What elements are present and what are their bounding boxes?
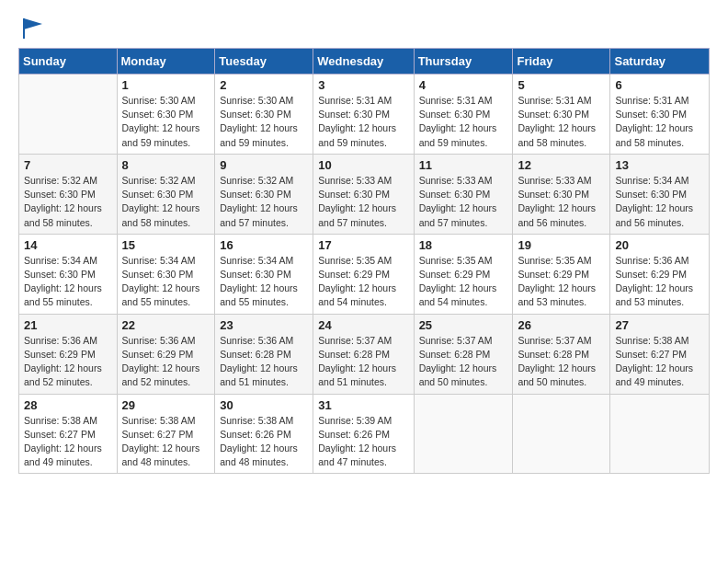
- calendar-cell: [414, 394, 513, 474]
- calendar-cell: 4Sunrise: 5:31 AM Sunset: 6:30 PM Daylig…: [414, 75, 513, 155]
- day-info: Sunrise: 5:37 AM Sunset: 6:28 PM Dayligh…: [419, 334, 508, 390]
- day-number: 12: [518, 158, 605, 172]
- day-info: Sunrise: 5:35 AM Sunset: 6:29 PM Dayligh…: [419, 254, 508, 310]
- calendar-cell: 16Sunrise: 5:34 AM Sunset: 6:30 PM Dayli…: [215, 234, 313, 314]
- day-number: 22: [122, 318, 210, 332]
- calendar-cell: 23Sunrise: 5:36 AM Sunset: 6:28 PM Dayli…: [215, 314, 313, 394]
- day-number: 31: [318, 398, 408, 412]
- column-header-tuesday: Tuesday: [215, 49, 313, 75]
- column-header-sunday: Sunday: [19, 49, 118, 75]
- day-info: Sunrise: 5:33 AM Sunset: 6:30 PM Dayligh…: [518, 174, 605, 230]
- day-info: Sunrise: 5:35 AM Sunset: 6:29 PM Dayligh…: [518, 254, 605, 310]
- calendar-cell: 26Sunrise: 5:37 AM Sunset: 6:28 PM Dayli…: [513, 314, 610, 394]
- day-info: Sunrise: 5:35 AM Sunset: 6:29 PM Dayligh…: [318, 254, 408, 310]
- day-number: 28: [24, 398, 112, 412]
- day-info: Sunrise: 5:32 AM Sunset: 6:30 PM Dayligh…: [220, 174, 308, 230]
- day-number: 5: [518, 78, 605, 92]
- day-number: 16: [220, 238, 308, 252]
- calendar-cell: 19Sunrise: 5:35 AM Sunset: 6:29 PM Dayli…: [513, 234, 610, 314]
- day-info: Sunrise: 5:32 AM Sunset: 6:30 PM Dayligh…: [24, 174, 112, 230]
- calendar-cell: 27Sunrise: 5:38 AM Sunset: 6:27 PM Dayli…: [610, 314, 710, 394]
- calendar-week-4: 21Sunrise: 5:36 AM Sunset: 6:29 PM Dayli…: [19, 314, 710, 394]
- day-number: 21: [24, 318, 112, 332]
- calendar-week-1: 1Sunrise: 5:30 AM Sunset: 6:30 PM Daylig…: [19, 75, 710, 155]
- day-number: 14: [24, 238, 112, 252]
- calendar-cell: 22Sunrise: 5:36 AM Sunset: 6:29 PM Dayli…: [117, 314, 215, 394]
- calendar-cell: 28Sunrise: 5:38 AM Sunset: 6:27 PM Dayli…: [19, 394, 118, 474]
- day-info: Sunrise: 5:38 AM Sunset: 6:27 PM Dayligh…: [615, 334, 704, 390]
- calendar-cell: [513, 394, 610, 474]
- day-number: 3: [318, 78, 408, 92]
- calendar-cell: 21Sunrise: 5:36 AM Sunset: 6:29 PM Dayli…: [19, 314, 118, 394]
- day-number: 4: [419, 78, 508, 92]
- day-number: 30: [220, 398, 308, 412]
- page-header: [18, 15, 710, 40]
- calendar-cell: 24Sunrise: 5:37 AM Sunset: 6:28 PM Dayli…: [313, 314, 414, 394]
- day-number: 2: [220, 78, 308, 92]
- calendar-week-5: 28Sunrise: 5:38 AM Sunset: 6:27 PM Dayli…: [19, 394, 710, 474]
- day-number: 7: [24, 158, 112, 172]
- calendar-cell: 12Sunrise: 5:33 AM Sunset: 6:30 PM Dayli…: [513, 154, 610, 234]
- calendar-cell: 6Sunrise: 5:31 AM Sunset: 6:30 PM Daylig…: [610, 75, 710, 155]
- column-header-thursday: Thursday: [414, 49, 513, 75]
- column-header-wednesday: Wednesday: [313, 49, 414, 75]
- calendar-cell: 3Sunrise: 5:31 AM Sunset: 6:30 PM Daylig…: [313, 75, 414, 155]
- calendar-cell: 17Sunrise: 5:35 AM Sunset: 6:29 PM Dayli…: [313, 234, 414, 314]
- day-info: Sunrise: 5:34 AM Sunset: 6:30 PM Dayligh…: [615, 174, 704, 230]
- column-header-friday: Friday: [513, 49, 610, 75]
- day-number: 19: [518, 238, 605, 252]
- calendar-cell: 11Sunrise: 5:33 AM Sunset: 6:30 PM Dayli…: [414, 154, 513, 234]
- day-info: Sunrise: 5:31 AM Sunset: 6:30 PM Dayligh…: [318, 94, 408, 150]
- day-info: Sunrise: 5:38 AM Sunset: 6:27 PM Dayligh…: [24, 414, 112, 470]
- day-number: 15: [122, 238, 210, 252]
- logo: [18, 15, 46, 40]
- calendar-cell: 8Sunrise: 5:32 AM Sunset: 6:30 PM Daylig…: [117, 154, 215, 234]
- day-info: Sunrise: 5:37 AM Sunset: 6:28 PM Dayligh…: [318, 334, 408, 390]
- day-number: 9: [220, 158, 308, 172]
- day-number: 18: [419, 238, 508, 252]
- day-info: Sunrise: 5:33 AM Sunset: 6:30 PM Dayligh…: [419, 174, 508, 230]
- day-number: 1: [122, 78, 210, 92]
- day-number: 27: [615, 318, 704, 332]
- day-info: Sunrise: 5:36 AM Sunset: 6:29 PM Dayligh…: [24, 334, 112, 390]
- day-info: Sunrise: 5:31 AM Sunset: 6:30 PM Dayligh…: [419, 94, 508, 150]
- svg-marker-0: [24, 18, 42, 29]
- day-info: Sunrise: 5:36 AM Sunset: 6:28 PM Dayligh…: [220, 334, 308, 390]
- calendar-cell: 9Sunrise: 5:32 AM Sunset: 6:30 PM Daylig…: [215, 154, 313, 234]
- calendar-header-row: SundayMondayTuesdayWednesdayThursdayFrid…: [19, 49, 710, 75]
- day-number: 25: [419, 318, 508, 332]
- column-header-monday: Monday: [117, 49, 215, 75]
- day-number: 8: [122, 158, 210, 172]
- day-info: Sunrise: 5:38 AM Sunset: 6:27 PM Dayligh…: [122, 414, 210, 470]
- day-info: Sunrise: 5:36 AM Sunset: 6:29 PM Dayligh…: [122, 334, 210, 390]
- day-info: Sunrise: 5:34 AM Sunset: 6:30 PM Dayligh…: [122, 254, 210, 310]
- day-info: Sunrise: 5:32 AM Sunset: 6:30 PM Dayligh…: [122, 174, 210, 230]
- calendar-cell: 31Sunrise: 5:39 AM Sunset: 6:26 PM Dayli…: [313, 394, 414, 474]
- day-number: 17: [318, 238, 408, 252]
- calendar-cell: 18Sunrise: 5:35 AM Sunset: 6:29 PM Dayli…: [414, 234, 513, 314]
- calendar-cell: 2Sunrise: 5:30 AM Sunset: 6:30 PM Daylig…: [215, 75, 313, 155]
- day-number: 11: [419, 158, 508, 172]
- logo-flag-icon: [20, 15, 46, 40]
- calendar-cell: [610, 394, 710, 474]
- calendar-cell: 20Sunrise: 5:36 AM Sunset: 6:29 PM Dayli…: [610, 234, 710, 314]
- calendar-cell: 1Sunrise: 5:30 AM Sunset: 6:30 PM Daylig…: [117, 75, 215, 155]
- logo-general: [18, 15, 46, 40]
- calendar-week-3: 14Sunrise: 5:34 AM Sunset: 6:30 PM Dayli…: [19, 234, 710, 314]
- calendar-table: SundayMondayTuesdayWednesdayThursdayFrid…: [18, 48, 710, 474]
- day-info: Sunrise: 5:30 AM Sunset: 6:30 PM Dayligh…: [122, 94, 210, 150]
- day-number: 6: [615, 78, 704, 92]
- calendar-cell: 5Sunrise: 5:31 AM Sunset: 6:30 PM Daylig…: [513, 75, 610, 155]
- day-number: 24: [318, 318, 408, 332]
- day-number: 13: [615, 158, 704, 172]
- day-info: Sunrise: 5:38 AM Sunset: 6:26 PM Dayligh…: [220, 414, 308, 470]
- day-number: 23: [220, 318, 308, 332]
- calendar-cell: 25Sunrise: 5:37 AM Sunset: 6:28 PM Dayli…: [414, 314, 513, 394]
- day-info: Sunrise: 5:36 AM Sunset: 6:29 PM Dayligh…: [615, 254, 704, 310]
- calendar-cell: 10Sunrise: 5:33 AM Sunset: 6:30 PM Dayli…: [313, 154, 414, 234]
- day-number: 10: [318, 158, 408, 172]
- day-number: 26: [518, 318, 605, 332]
- calendar-cell: 13Sunrise: 5:34 AM Sunset: 6:30 PM Dayli…: [610, 154, 710, 234]
- day-number: 20: [615, 238, 704, 252]
- day-info: Sunrise: 5:31 AM Sunset: 6:30 PM Dayligh…: [518, 94, 605, 150]
